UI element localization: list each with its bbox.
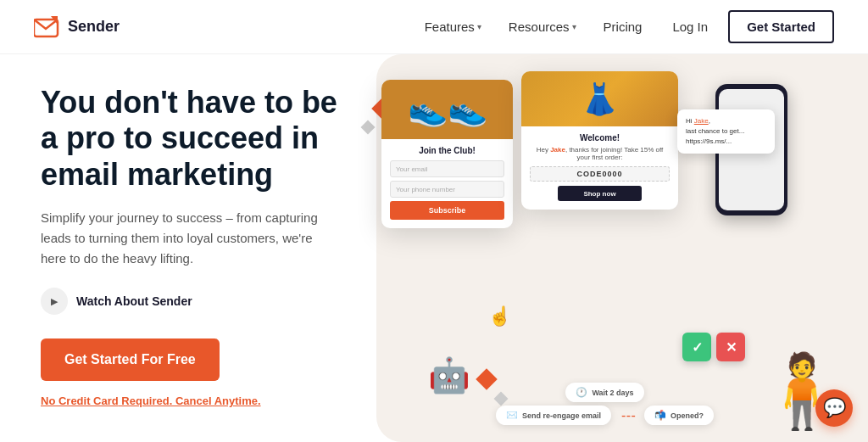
flow-wait-row: 🕐 Wait 2 days — [496, 383, 714, 402]
hangers-image: 👗 — [581, 81, 619, 117]
welcome-text: Hey Jake, thanks for joining! Take 15% o… — [530, 146, 670, 161]
chat-icon: 💬 — [823, 397, 846, 419]
wait-badge: 🕐 Wait 2 days — [565, 383, 643, 402]
popup-body: Join the Club! Your email Your phone num… — [381, 139, 513, 228]
flow-bottom-row: ✉️ Send re-engage email - - - 📬 Opened? — [496, 406, 714, 425]
hero-cta-button[interactable]: Get Started For Free — [41, 338, 220, 381]
hero-section: You don't have to be a pro to succeed in… — [0, 54, 868, 442]
hero-right: 👟👟 Join the Club! Your email Your phone … — [356, 54, 868, 442]
logo-icon — [34, 16, 61, 38]
popup-subscribe-button[interactable]: Subscribe — [390, 201, 504, 220]
email-popup-card: 👟👟 Join the Club! Your email Your phone … — [381, 80, 513, 228]
action-boxes: ✓ ✕ — [682, 333, 745, 361]
email-icon: ✉️ — [506, 410, 518, 421]
chat-button[interactable]: 💬 — [815, 389, 853, 427]
logo-text: Sender — [68, 18, 120, 36]
shoe-image: 👟👟 — [408, 91, 487, 128]
clock-icon: 🕐 — [576, 387, 587, 398]
nav-resources[interactable]: Resources ▾ — [498, 13, 587, 41]
welcome-email-card: 👗 Welcome! Hey Jake, thanks for joining!… — [521, 71, 678, 210]
nav-pricing[interactable]: Pricing — [593, 13, 653, 41]
check-box: ✓ — [682, 333, 711, 361]
shop-now-button[interactable]: Shop now — [558, 186, 642, 201]
welcome-body: Welcome! Hey Jake, thanks for joining! T… — [521, 126, 678, 210]
nav-get-started-button[interactable]: Get Started — [728, 10, 834, 43]
no-cc-bold: No Credit Card — [41, 394, 119, 407]
nav-login[interactable]: Log In — [659, 13, 721, 41]
watch-label: Watch About Sender — [76, 294, 192, 308]
resources-chevron-icon: ▾ — [572, 22, 576, 31]
hero-left: You don't have to be a pro to succeed in… — [0, 54, 356, 442]
diamond-decoration-sm — [361, 120, 376, 135]
welcome-title: Welcome! — [530, 133, 670, 143]
no-credit-card-notice: No Credit Card Required. Cancel Anytime. — [41, 394, 356, 407]
navbar: Sender Features ▾ Resources ▾ Pricing Lo… — [0, 0, 868, 54]
popup-image: 👟👟 — [381, 80, 513, 139]
coupon-code: CODE0000 — [530, 166, 670, 182]
opened-badge: 📬 Opened? — [644, 406, 714, 425]
welcome-image: 👗 — [521, 71, 678, 126]
name-highlight: Jake — [694, 117, 709, 125]
opened-icon: 📬 — [654, 410, 666, 421]
logo[interactable]: Sender — [34, 16, 120, 38]
notification-bubble: Hi Jake,last chance to get...https://9s.… — [677, 109, 775, 154]
flow-diagram: 🕐 Wait 2 days ✉️ Send re-engage email - … — [496, 383, 714, 425]
play-icon: ▶ — [41, 288, 68, 315]
popup-title: Join the Club! — [390, 146, 504, 155]
popup-phone-input[interactable]: Your phone number — [390, 181, 504, 198]
robot-illustration: 🤖 — [428, 355, 470, 395]
features-chevron-icon: ▾ — [477, 22, 481, 31]
resend-badge: ✉️ Send re-engage email — [496, 406, 611, 425]
nav-links: Features ▾ Resources ▾ Pricing Log In Ge… — [415, 10, 834, 43]
hero-title: You don't have to be a pro to succeed in… — [41, 85, 346, 193]
popup-email-input[interactable]: Your email — [390, 160, 504, 177]
cursor-icon: ☝ — [488, 305, 511, 327]
x-box: ✕ — [716, 333, 745, 361]
nav-features[interactable]: Features ▾ — [415, 13, 492, 41]
hero-subtitle: Simplify your journey to success – from … — [41, 208, 329, 269]
dashed-connector: - - - — [621, 408, 634, 423]
watch-link[interactable]: ▶ Watch About Sender — [41, 288, 356, 315]
